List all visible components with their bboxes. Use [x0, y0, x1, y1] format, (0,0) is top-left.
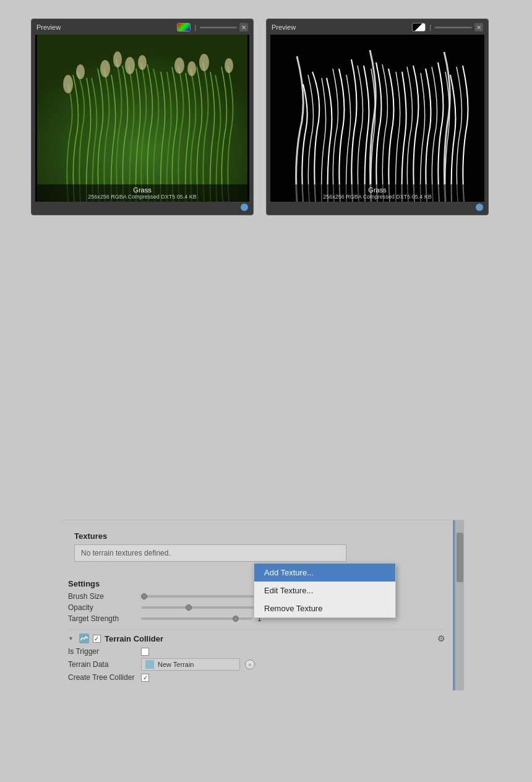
context-menu-item-edit-texture[interactable]: Edit Texture... — [254, 582, 395, 599]
grass-bw-svg — [270, 35, 484, 202]
brush-size-label: Brush Size — [68, 592, 136, 601]
preview-controls-bw: | ✕ — [412, 23, 483, 32]
collider-title: Terrain Collider — [105, 634, 163, 643]
scrollbar[interactable] — [455, 520, 464, 690]
preview-controls-color: | ✕ — [177, 23, 248, 32]
preview-image-meta-color: 256x256 RGBA Compressed DXT5 05.4 KB — [39, 194, 246, 200]
preview-separator-bw: | — [429, 24, 431, 31]
preview-zoom-slider-bw[interactable] — [435, 27, 472, 28]
terrain-data-input[interactable]: New Terrain — [141, 658, 240, 671]
brush-size-thumb[interactable] — [141, 593, 147, 599]
svg-point-3 — [76, 64, 85, 79]
preview-slider-track-bw — [435, 27, 472, 28]
opacity-label: Opacity — [68, 603, 136, 612]
preview-dot-bw — [476, 204, 483, 211]
target-strength-label: Target Strength — [68, 614, 136, 623]
preview-image-meta-bw: 256x256 RGBA Compressed DXT5 05.4 KB — [274, 194, 481, 200]
terrain-data-select-button[interactable]: ○ — [245, 660, 255, 669]
preview-info-bw: Grass 256x256 RGBA Compressed DXT5 05.4 … — [270, 184, 484, 202]
svg-point-8 — [174, 58, 184, 74]
svg-point-2 — [63, 75, 73, 93]
terrain-collider-enabled-checkbox[interactable]: ✓ — [93, 635, 101, 643]
textures-empty-label: No terrain textures defined. — [74, 544, 346, 562]
gear-icon[interactable]: ⚙ — [437, 634, 445, 643]
preview-panel-color: Preview | ✕ — [31, 19, 254, 215]
preview-panel-color-header: Preview | ✕ — [35, 23, 249, 32]
preview-close-button-bw[interactable]: ✕ — [474, 23, 483, 32]
preview-image-name-color: Grass — [39, 186, 246, 194]
preview-area: Preview | ✕ — [0, 0, 532, 215]
brush-size-slider[interactable] — [141, 595, 265, 598]
create-tree-collider-label: Create Tree Collider — [68, 673, 136, 682]
collider-header: ▼ ✓ Terrain Collider ⚙ — [68, 634, 445, 643]
terrain-data-label: Terrain Data — [68, 660, 136, 669]
svg-point-5 — [113, 51, 122, 67]
svg-point-10 — [199, 54, 209, 71]
create-tree-collider-checkbox[interactable]: ✓ — [141, 674, 149, 682]
bw-mode-button[interactable] — [412, 23, 426, 32]
is-trigger-checkbox[interactable] — [141, 648, 149, 656]
color-mode-button[interactable] — [177, 23, 191, 32]
svg-point-6 — [125, 57, 135, 74]
context-menu-item-add-texture[interactable]: Add Texture... — [254, 564, 395, 582]
preview-panel-bw-header: Preview | ✕ — [270, 23, 484, 32]
preview-image-bw: Grass 256x256 RGBA Compressed DXT5 05.4 … — [270, 35, 484, 202]
textures-title: Textures — [74, 531, 439, 541]
preview-separator: | — [194, 24, 196, 31]
expand-arrow-icon[interactable]: ▼ — [68, 635, 74, 642]
preview-panel-bw: Preview | ✕ — [266, 19, 489, 215]
terrain-data-value: New Terrain — [158, 661, 194, 668]
svg-point-11 — [225, 58, 233, 73]
context-menu: Add Texture... Edit Texture... Remove Te… — [254, 563, 396, 618]
svg-point-7 — [138, 55, 147, 70]
create-tree-collider-row: Create Tree Collider ✓ — [68, 673, 445, 682]
preview-close-button[interactable]: ✕ — [239, 23, 248, 32]
scrollbar-thumb[interactable] — [457, 533, 463, 582]
target-strength-slider[interactable] — [141, 617, 252, 620]
preview-image-color: Grass 256x256 RGBA Compressed DXT5 05.4 … — [35, 35, 249, 202]
preview-footer-color — [35, 202, 249, 211]
preview-info-color: Grass 256x256 RGBA Compressed DXT5 05.4 … — [35, 184, 249, 202]
grass-color-svg — [35, 35, 249, 202]
preview-footer-bw — [270, 202, 484, 211]
preview-slider-track — [200, 27, 237, 28]
preview-image-name-bw: Grass — [274, 186, 481, 194]
terrain-data-icon — [145, 660, 154, 669]
terrain-collider-section: ▼ ✓ Terrain Collider ⚙ Is Trigger Terrai… — [68, 629, 445, 682]
is-trigger-row: Is Trigger — [68, 647, 445, 656]
svg-point-9 — [187, 61, 196, 76]
context-menu-item-remove-texture[interactable]: Remove Texture — [254, 599, 395, 617]
is-trigger-label: Is Trigger — [68, 647, 136, 656]
preview-dot-color — [241, 204, 248, 211]
preview-title-color: Preview — [36, 24, 61, 31]
svg-point-4 — [100, 60, 110, 77]
terrain-data-row: Terrain Data New Terrain ○ — [68, 658, 445, 671]
opacity-slider[interactable] — [141, 606, 265, 609]
terrain-collider-icon — [79, 634, 89, 643]
target-strength-thumb[interactable] — [233, 616, 239, 622]
preview-zoom-slider[interactable] — [200, 27, 237, 28]
opacity-thumb[interactable] — [186, 604, 192, 611]
preview-title-bw: Preview — [272, 24, 296, 31]
